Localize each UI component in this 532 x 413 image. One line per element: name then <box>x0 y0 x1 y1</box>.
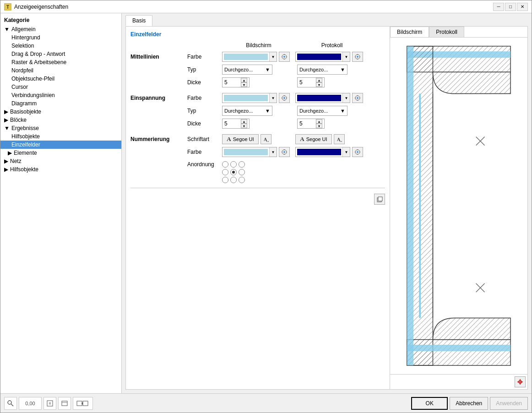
preview-tab-protokoll[interactable]: Protokoll <box>429 27 464 37</box>
radio-8[interactable] <box>230 177 237 183</box>
preview-settings-btn[interactable] <box>515 376 526 387</box>
einspannung-protokoll-typ[interactable]: Durchgezo...▼ <box>297 106 347 116</box>
ok-button[interactable]: OK <box>411 397 448 410</box>
mittellinien-bildschirm-dicke[interactable]: 5 ▲ ▼ <box>222 77 250 87</box>
mittellinien-protokoll-dicke[interactable]: 5 ▲ ▼ <box>297 77 325 87</box>
radio-2[interactable] <box>230 161 237 168</box>
radio-row-3 <box>222 177 245 183</box>
einspannung-bildschirm-picker[interactable] <box>279 93 290 103</box>
nummerierung-protokoll-font-btn[interactable]: A Segoe UI <box>295 134 332 144</box>
spin-down[interactable]: ▼ <box>241 82 247 87</box>
expand-arrow: ▼ <box>4 125 10 131</box>
title-bar: T Anzeigeeigenschaften ─ □ ✕ <box>0 0 532 13</box>
color-swatch <box>224 54 268 60</box>
mittellinien-protokoll-typ[interactable]: Durchgezo...▼ <box>297 65 347 75</box>
spin-down[interactable]: ▼ <box>316 82 322 87</box>
mittellinien-dicke-row: Dicke 5 ▲ ▼ <box>130 77 385 88</box>
einspannung-protokoll-picker[interactable] <box>352 93 363 103</box>
tool-btn2[interactable] <box>58 397 71 410</box>
einspannung-bildschirm-typ-container: Durchgezo...▼ <box>222 106 295 116</box>
sidebar-item-hilfsobjekte2[interactable]: ▶ Hilfsobjekte <box>0 165 121 174</box>
sidebar-item-objektsuche[interactable]: Objektsuche-Pfeil <box>0 75 121 83</box>
sidebar-item-raster[interactable]: Raster & Arbeitsebene <box>0 58 121 66</box>
sidebar-item-cursor[interactable]: Cursor <box>0 83 121 91</box>
sidebar-item-elemente[interactable]: ▶ Elemente <box>0 149 121 157</box>
sublabel-dicke: Dicke <box>185 79 222 86</box>
sidebar-item-bloecke[interactable]: ▶ Blöcke <box>0 116 121 124</box>
svg-text:≡: ≡ <box>49 401 51 406</box>
sidebar-item-verbindungslinien[interactable]: Verbindungslinien <box>0 91 121 99</box>
spinner: ▲ ▼ <box>241 119 247 128</box>
sidebar-item-selektion[interactable]: Selektion <box>0 42 121 50</box>
tab-basis[interactable]: Basis <box>125 15 152 26</box>
spin-up[interactable]: ▲ <box>316 78 322 82</box>
mittellinien-bildschirm-color-dropdown[interactable]: ▼ <box>222 52 277 62</box>
apply-button[interactable]: Anwenden <box>490 397 528 410</box>
search-btn[interactable] <box>4 397 17 410</box>
mittellinien-bildschirm-picker-btn[interactable] <box>279 52 290 62</box>
nummerierung-bildschirm-picker[interactable] <box>279 147 290 157</box>
preview-tab-bildschirm[interactable]: Bildschirm <box>390 27 429 37</box>
sidebar-item-label: Elemente <box>14 150 37 156</box>
radio-9[interactable] <box>239 177 245 183</box>
radio-6[interactable] <box>239 169 245 175</box>
mittellinien-protokoll-color-dropdown[interactable]: ▼ <box>295 52 350 62</box>
nummerierung-protokoll-picker[interactable] <box>352 147 363 157</box>
mittellinien-bildschirm-typ[interactable]: Durchgezo...▼ <box>222 65 272 75</box>
tool-btn3[interactable] <box>73 397 93 410</box>
sidebar-item-diagramm[interactable]: Diagramm <box>0 99 121 108</box>
einspannung-bildschirm-dicke[interactable]: 5 ▲ ▼ <box>222 119 250 129</box>
mittellinien-protokoll-picker-btn[interactable] <box>352 52 363 62</box>
einspannung-protokoll-dicke[interactable]: 5 ▲ ▼ <box>297 119 325 129</box>
cancel-button[interactable]: Abbrechen <box>450 397 488 410</box>
radio-5[interactable] <box>230 169 237 175</box>
form-area: Einzelfelder Bildschirm Protokoll Mittel… <box>126 27 390 389</box>
nummerierung-protokoll-font-picker[interactable]: A <box>334 134 345 144</box>
einspannung-protokoll-color: ▼ <box>295 93 369 103</box>
radio-7[interactable] <box>222 177 228 183</box>
nummerierung-bildschirm-color-dropdown[interactable]: ▼ <box>222 147 277 157</box>
group-label-nummerierung: Nummerierung <box>130 136 185 142</box>
sublabel-typ: Typ <box>185 108 222 114</box>
sidebar-item-allgemein[interactable]: ▼ Allgemein <box>0 25 121 33</box>
radio-3[interactable] <box>239 161 245 168</box>
color-swatch <box>224 149 268 155</box>
copy-icon-btn[interactable] <box>374 194 385 205</box>
nummerierung-bildschirm-font-btn[interactable]: A Segoe UI <box>222 134 259 144</box>
einspannung-bildschirm-typ[interactable]: Durchgezo...▼ <box>222 106 272 116</box>
einspannung-typ-row: Typ Durchgezo...▼ Durchgezo...▼ <box>130 105 385 116</box>
group-label-mittellinien: Mittellinien <box>130 54 185 60</box>
spin-up[interactable]: ▲ <box>241 78 247 82</box>
sidebar-item-drag-drop[interactable]: Drag & Drop - Antwort <box>0 50 121 58</box>
tool-btn1[interactable]: ≡ <box>43 397 56 410</box>
minimize-button[interactable]: ─ <box>493 3 504 11</box>
spin-up[interactable]: ▲ <box>316 119 322 124</box>
nummerierung-protokoll-color-dropdown[interactable]: ▼ <box>295 147 350 157</box>
col-header-protokoll: Protokoll <box>295 42 369 49</box>
window-controls: ─ □ ✕ <box>493 3 528 11</box>
close-button[interactable]: ✕ <box>517 3 528 11</box>
sidebar-item-hintergrund[interactable]: Hintergrund <box>0 33 121 42</box>
expand-arrow: ▶ <box>4 117 8 123</box>
radio-1[interactable] <box>222 161 228 168</box>
einspannung-protokoll-color-dropdown[interactable]: ▼ <box>295 93 350 103</box>
spin-down[interactable]: ▼ <box>316 124 322 128</box>
separator <box>130 188 385 188</box>
maximize-button[interactable]: □ <box>505 3 516 11</box>
sidebar-item-einzelfelder[interactable]: Einzelfelder <box>0 141 121 149</box>
sublabel-typ: Typ <box>185 66 222 73</box>
value-display[interactable]: 0,00 <box>19 397 42 410</box>
radio-4[interactable] <box>222 169 228 175</box>
spin-up[interactable]: ▲ <box>241 119 247 124</box>
spinner: ▲ ▼ <box>316 119 322 128</box>
sidebar-item-ergebnisse[interactable]: ▼ Ergebnisse <box>0 124 121 132</box>
expand-arrow: ▶ <box>4 158 8 164</box>
einspannung-bildschirm-color-dropdown[interactable]: ▼ <box>222 93 277 103</box>
sidebar-item-netz[interactable]: ▶ Netz <box>0 157 121 165</box>
sidebar-item-hilfsobjekte[interactable]: Hilfsobjekte <box>0 132 121 141</box>
sidebar-item-basisobjekte[interactable]: ▶ Basisobjekte <box>0 108 121 116</box>
spin-down[interactable]: ▼ <box>241 124 247 128</box>
svg-line-64 <box>11 404 13 406</box>
sidebar-item-nordpfeil[interactable]: Nordpfeil <box>0 66 121 75</box>
nummerierung-bildschirm-font-picker[interactable]: A <box>261 134 271 144</box>
